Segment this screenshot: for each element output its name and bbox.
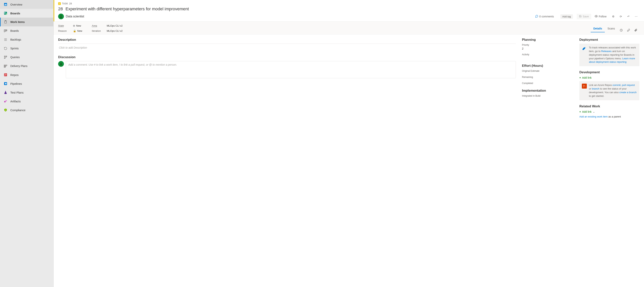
test-plans-icon: [4, 90, 8, 94]
history-icon: [620, 29, 623, 32]
reason-field[interactable]: Reason 🔒New: [58, 30, 82, 32]
undo-button[interactable]: ↶: [625, 14, 632, 20]
state-field[interactable]: State New: [58, 24, 82, 27]
nav-boards-label: Boards: [10, 12, 20, 15]
svg-rect-20: [4, 66, 6, 66]
tab-history[interactable]: [618, 29, 625, 32]
nav-delivery-plans[interactable]: Delivery Plans: [0, 62, 53, 70]
nav-compliance[interactable]: Compliance: [0, 106, 53, 114]
related-text-2: as a parent: [608, 115, 621, 118]
original-estimate-label[interactable]: Original Estimate: [522, 70, 573, 72]
save-button[interactable]: Save: [577, 14, 591, 19]
nav-sprints-label: Sprints: [10, 47, 19, 50]
pipelines-icon: [4, 82, 8, 86]
nav-backlogs[interactable]: Backlogs: [0, 35, 53, 44]
task-accent-bar: [54, 0, 54, 22]
work-items-icon: [4, 20, 8, 24]
completed-label[interactable]: Completed: [522, 82, 573, 84]
nav-artifacts[interactable]: Artifacts: [0, 97, 53, 106]
planning-title: Planning: [522, 38, 573, 42]
dev-text-1: Link an Azure Repos: [589, 84, 613, 86]
branch-link[interactable]: branch: [592, 87, 600, 90]
svg-rect-19: [4, 65, 7, 66]
related-add-link[interactable]: + Add link ⌄: [579, 110, 640, 113]
assignee-name: Data scientist: [66, 15, 84, 18]
body-region: Description Click to add Description Dis…: [54, 34, 644, 287]
follow-button[interactable]: Follow: [592, 14, 609, 20]
work-item-panel: ✔ TASK 28 28 Experiment with different h…: [54, 0, 644, 287]
commit-link[interactable]: commit: [613, 84, 621, 86]
more-actions-button[interactable]: ⋯: [633, 14, 640, 20]
activity-value[interactable]: [522, 57, 573, 60]
area-label: Area: [92, 24, 101, 27]
plus-icon-2: +: [579, 110, 581, 113]
assignee[interactable]: Data scientist: [58, 14, 84, 19]
svg-point-23: [5, 74, 5, 74]
svg-rect-5: [4, 12, 5, 13]
svg-rect-21: [4, 67, 6, 67]
comments-button[interactable]: 0 comments: [535, 15, 554, 18]
refresh-button[interactable]: ⟳: [618, 14, 624, 20]
add-existing-work-item-link[interactable]: Add an existing work item: [579, 115, 608, 118]
queries-icon: [4, 55, 8, 59]
create-branch-link[interactable]: create a branch: [619, 91, 636, 94]
nav-work-items-label: Work items: [10, 20, 25, 24]
pull-request-link[interactable]: pull request: [622, 84, 635, 86]
undo-icon: ↶: [627, 15, 630, 18]
svg-rect-11: [5, 30, 6, 31]
boards-icon: [4, 11, 8, 15]
task-breadcrumb-id: 28: [69, 2, 72, 5]
follow-icon: [595, 15, 598, 18]
reason-label: Reason: [58, 30, 68, 32]
svg-point-33: [583, 85, 584, 86]
development-add-link[interactable]: + Add link: [579, 76, 640, 79]
nav-boards-child[interactable]: Boards: [0, 26, 53, 35]
svg-rect-18: [4, 58, 5, 58]
overview-icon: [4, 2, 8, 6]
ellipsis-icon: ⋯: [635, 15, 638, 18]
priority-value[interactable]: 2: [522, 47, 573, 50]
nav-overview[interactable]: Overview: [0, 0, 53, 9]
backlogs-icon: [4, 38, 8, 42]
tab-links[interactable]: [625, 29, 632, 32]
nav-repos[interactable]: Repos: [0, 70, 53, 79]
tab-attachments[interactable]: [632, 29, 640, 32]
integrated-in-build-label[interactable]: Integrated in Build: [522, 94, 573, 97]
development-info-box: Link an Azure Repos commit, pull request…: [579, 81, 640, 100]
nav-backlogs-label: Backlogs: [10, 38, 21, 41]
area-field[interactable]: Area MLOps CLI v2: [92, 24, 122, 27]
nav-work-items[interactable]: Work items: [0, 18, 53, 26]
fields-row: State New Reason 🔒New Area MLOps CLI v2 …: [54, 22, 644, 34]
title-row: 28 Experiment with different hyperparame…: [58, 6, 640, 12]
repos-icon: [4, 73, 8, 77]
svg-rect-3: [6, 4, 7, 5]
nav-test-plans[interactable]: Test Plans: [0, 88, 53, 97]
svg-rect-1: [4, 4, 5, 5]
nav-boards[interactable]: Boards: [0, 9, 53, 18]
development-title: Development: [579, 70, 640, 74]
task-title[interactable]: Experiment with different hyperparameter…: [66, 6, 189, 12]
effort-title: Effort (Hours): [522, 64, 573, 68]
releases-link[interactable]: Releases: [601, 50, 612, 52]
nav-pipelines[interactable]: Pipelines: [0, 79, 53, 88]
description-input[interactable]: Click to add Description: [58, 44, 516, 52]
delivery-plans-icon: [4, 64, 8, 68]
settings-button[interactable]: ⚙: [610, 14, 616, 20]
task-id: 28: [58, 6, 63, 12]
area-value: MLOps CLI v2: [107, 24, 122, 27]
related-add-link-label: Add link: [582, 110, 592, 113]
nav-queries[interactable]: Queries: [0, 53, 53, 62]
compliance-icon: [4, 108, 8, 112]
col-planning: Planning Priority 2 Activity Effort (Hou…: [519, 38, 576, 284]
iteration-field[interactable]: Iteration MLOps CLI v2: [92, 30, 122, 32]
svg-point-30: [596, 16, 596, 17]
nav-sprints[interactable]: Sprints: [0, 44, 53, 53]
add-tag-button[interactable]: Add tag: [560, 14, 573, 19]
nav-queries-label: Queries: [10, 56, 20, 59]
tab-details[interactable]: Details: [591, 25, 605, 32]
tab-scans[interactable]: Scans: [605, 25, 618, 32]
remaining-label[interactable]: Remaining: [522, 76, 573, 78]
discussion-input[interactable]: Add a comment. Use # to link a work item…: [66, 61, 516, 78]
svg-point-34: [583, 87, 584, 87]
svg-point-35: [585, 86, 585, 86]
